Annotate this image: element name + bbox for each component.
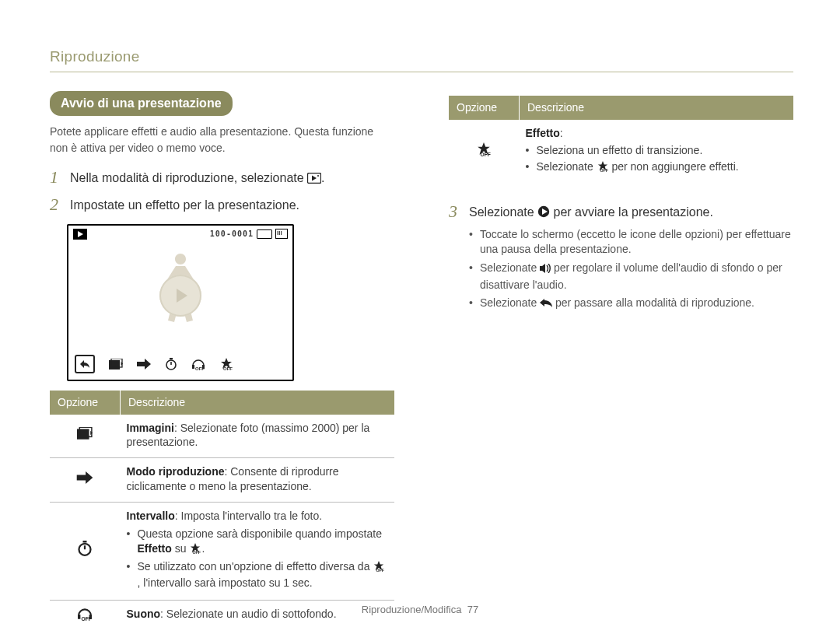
step-text: Selezionate per avviare la presentazione… [469, 202, 713, 222]
battery-icon [257, 229, 272, 239]
section-heading: Avvio di una presentazione [50, 91, 233, 117]
svg-rect-11 [192, 365, 194, 369]
step-text: Impostate un effetto per la presentazion… [70, 195, 299, 214]
svg-rect-10 [170, 358, 173, 359]
return-arrow-icon [540, 297, 552, 313]
intro-text: Potete applicare effetti e audio alla pr… [50, 124, 394, 156]
images-icon [77, 427, 93, 440]
step-3-subs: Toccate lo schermo (eccetto le icone del… [469, 227, 793, 313]
slideshow-box-icon [307, 171, 321, 188]
speaker-icon [540, 262, 551, 278]
svg-text:OFF: OFF [600, 168, 608, 172]
left-column: Avvio di una presentazione Potete applic… [50, 91, 394, 632]
table-header: Opzione [449, 96, 520, 120]
svg-point-2 [317, 175, 319, 177]
star-off-icon: OFF [476, 142, 492, 156]
step-number: 2 [50, 195, 62, 214]
play-mode-icon [73, 229, 87, 240]
table-row: OFF Effetto: Seleziona un effetto di tra… [449, 120, 793, 186]
star-off-icon: OFF [219, 358, 233, 370]
svg-text:OFF: OFF [223, 366, 233, 370]
svg-marker-35 [540, 264, 545, 273]
stopwatch-icon [165, 358, 177, 370]
step-2: 2 Impostate un effetto per la presentazi… [50, 195, 394, 214]
svg-rect-5 [109, 360, 120, 370]
step-number: 3 [449, 202, 461, 222]
table-row: Modo riproduzione: Consente di riprodurr… [50, 458, 394, 503]
svg-marker-1 [312, 175, 317, 180]
svg-marker-4 [177, 289, 187, 303]
svg-text:OFF: OFF [195, 366, 205, 370]
step-1: 1 Nella modalità di riproduzione, selezi… [50, 168, 394, 188]
options-table-left: Opzione Descrizione Immagini: Selezionat… [50, 391, 394, 632]
svg-text:OFF: OFF [481, 152, 491, 156]
table-row: Intervallo: Imposta l'intervallo tra le … [50, 503, 394, 600]
svg-text:OFF: OFF [376, 568, 385, 572]
svg-text:OFF: OFF [193, 550, 201, 554]
svg-rect-16 [77, 429, 89, 439]
table-header: Opzione [50, 391, 121, 415]
arrow-right-icon [137, 359, 151, 370]
memory-icon: III [275, 229, 288, 239]
arrow-right-icon [76, 471, 93, 484]
camera-screen-mock: 100-0001 III [67, 224, 294, 381]
file-counter: 100-0001 [210, 229, 254, 240]
step-text: Nella modalità di riproduzione, selezion… [70, 168, 325, 188]
star-off-icon: OFF [189, 543, 201, 558]
table-header: Descrizione [121, 391, 395, 415]
sub-list: Questa opzione sarà disponibile quando i… [127, 527, 389, 590]
back-button-icon [75, 355, 95, 373]
play-overlay-icon [159, 275, 201, 317]
options-table-right: Opzione Descrizione OFF Effetto: Selezio… [449, 96, 793, 186]
step-number: 1 [50, 168, 62, 188]
table-row: Immagini: Selezionate foto (massimo 2000… [50, 415, 394, 458]
chapter-title: Riproduzione [50, 47, 793, 67]
headphones-off-icon: OFF [191, 358, 205, 370]
sub-list: Seleziona un effetto di transizione. Sel… [526, 143, 788, 176]
table-header: Descrizione [520, 96, 794, 120]
play-circle-icon [537, 205, 550, 222]
star-off-icon: OFF [373, 561, 385, 576]
right-column: Opzione Descrizione OFF Effetto: Selezio… [449, 91, 793, 632]
svg-rect-21 [83, 541, 87, 543]
images-icon [109, 359, 123, 370]
page-footer: Riproduzione/Modifica 77 [0, 603, 840, 617]
stopwatch-icon [77, 541, 93, 556]
step-3: 3 Selezionate per avviare la presentazio… [449, 202, 793, 222]
divider [50, 72, 793, 72]
star-off-icon: OFF [597, 161, 609, 176]
svg-marker-3 [78, 231, 83, 237]
